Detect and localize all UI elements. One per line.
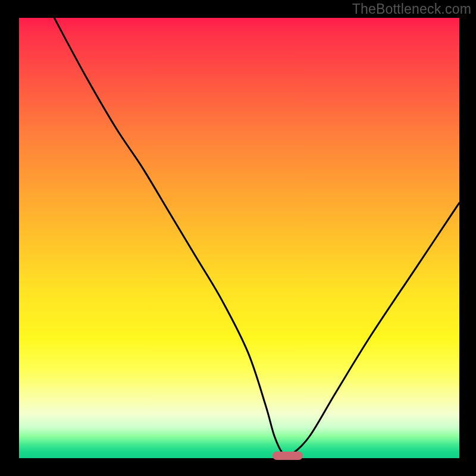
watermark-label: TheBottleneck.com (352, 1, 471, 17)
bottleneck-curve-svg (19, 18, 459, 458)
bottleneck-curve-path (54, 18, 459, 456)
chart-container: TheBottleneck.com (0, 0, 476, 476)
optimal-range-marker (273, 452, 303, 460)
